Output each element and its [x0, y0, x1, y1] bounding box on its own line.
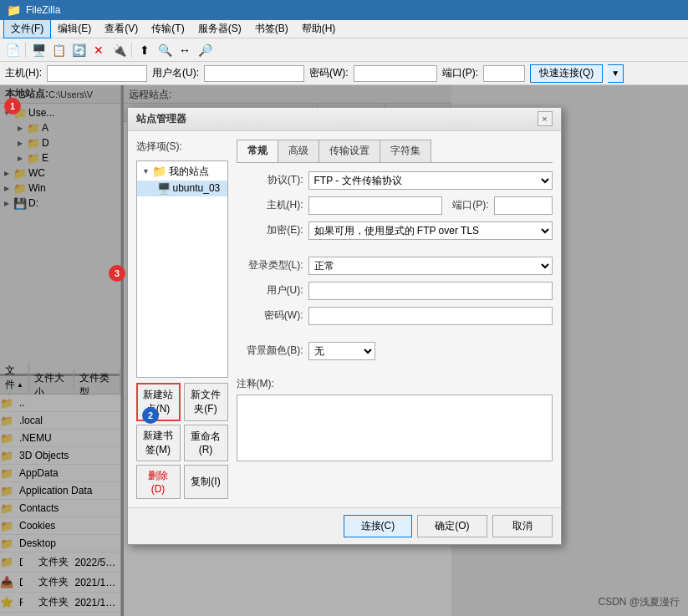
- dialog-body: 选择项(S): ▼ 📁 我的站点 🖥️ ubuntu_03: [128, 131, 561, 507]
- duplicate-button[interactable]: 复制(I): [184, 465, 228, 499]
- menu-file[interactable]: 文件(F): [3, 19, 51, 38]
- user-input[interactable]: [204, 65, 304, 82]
- encrypt-row: 加密(E): 如果可用，使用显式的 FTP over TLS: [237, 221, 553, 240]
- protocol-select[interactable]: FTP - 文件传输协议: [308, 171, 553, 190]
- spacer3: [237, 367, 553, 377]
- toolbar-refresh[interactable]: 🔄: [69, 41, 88, 59]
- menu-server[interactable]: 服务器(S): [191, 20, 248, 38]
- quick-connect-dropdown[interactable]: ▼: [608, 64, 624, 83]
- new-folder-button[interactable]: 新文件夹(F): [184, 383, 228, 421]
- login-type-select[interactable]: 正常: [308, 257, 553, 275]
- user-dialog-input[interactable]: [308, 282, 553, 300]
- ok-button[interactable]: 确定(O): [417, 515, 487, 537]
- login-type-row: 登录类型(L): 正常: [237, 257, 553, 275]
- main-window: 📁 FileZilla 文件(F) 编辑(E) 查看(V) 传输(T) 服务器(…: [0, 0, 688, 616]
- dialog-title: 站点管理器: [136, 112, 186, 126]
- toolbar-sep-2: [131, 43, 132, 58]
- menu-bar: 文件(F) 编辑(E) 查看(V) 传输(T) 服务器(S) 书签(B) 帮助(…: [0, 20, 688, 38]
- pass-input[interactable]: [354, 65, 437, 82]
- quick-connect-btn[interactable]: 快速连接(Q): [530, 64, 603, 83]
- ubuntu-icon: 🖥️: [157, 182, 171, 195]
- app-icon: 📁: [7, 3, 21, 17]
- protocol-label: 协议(T):: [237, 173, 303, 187]
- toolbar-process-queue[interactable]: 📋: [49, 41, 68, 59]
- app-title: FileZilla: [26, 4, 60, 16]
- bgcolor-row: 背景颜色(B): 无: [237, 342, 553, 360]
- spacer1: [237, 247, 553, 257]
- dialog-tabs: 常规 高级 传输设置 字符集: [237, 140, 553, 163]
- tab-charset[interactable]: 字符集: [380, 140, 431, 162]
- host-dialog-input[interactable]: [308, 196, 442, 215]
- toolbar-find[interactable]: 🔎: [196, 41, 214, 59]
- dialog-title-bar: 站点管理器 ×: [128, 108, 561, 131]
- title-bar: 📁 FileZilla: [0, 0, 688, 20]
- port-label: 端口(P):: [442, 66, 478, 80]
- cancel-button[interactable]: 取消: [492, 515, 553, 537]
- bgcolor-select[interactable]: 无: [308, 342, 375, 360]
- pass-dialog-label: 密码(W):: [237, 308, 303, 323]
- dialog-overlay: 站点管理器 × 选择项(S): ▼ 📁 我的站点: [0, 85, 688, 616]
- toolbar-compare[interactable]: ↔: [176, 41, 194, 59]
- site-manager-dialog: 站点管理器 × 选择项(S): ▼ 📁 我的站点: [127, 107, 562, 545]
- toolbar-new-tab[interactable]: 📄: [3, 41, 22, 59]
- toolbar: 📄 🖥️ 📋 🔄 ✕ 🔌 ⬆ 🔍 ↔ 🔎: [0, 38, 688, 62]
- port-input[interactable]: [483, 65, 525, 82]
- protocol-row: 协议(T): FTP - 文件传输协议: [237, 171, 553, 190]
- user-dialog-label: 用户(U):: [237, 283, 303, 298]
- notes-section: 注释(M):: [237, 377, 553, 464]
- menu-view[interactable]: 查看(V): [98, 20, 145, 38]
- toolbar-up[interactable]: ⬆: [135, 41, 154, 59]
- user-label: 用户名(U):: [152, 66, 199, 80]
- menu-transfer[interactable]: 传输(T): [145, 20, 191, 38]
- notes-label: 注释(M):: [237, 377, 553, 391]
- sidebar-buttons: 新建站点(N) 新文件夹(F) 新建书签(M) 重命名(R) 删除(D) 复制(…: [136, 383, 228, 499]
- rename-button[interactable]: 重命名(R): [184, 425, 228, 461]
- mysites-folder-icon: 📁: [152, 165, 166, 178]
- port-dialog-label: 端口(P):: [447, 198, 489, 212]
- user-row: 用户(U):: [237, 282, 553, 300]
- bgcolor-label: 背景颜色(B):: [237, 344, 303, 358]
- toolbar-site-manager[interactable]: 🖥️: [29, 41, 48, 59]
- menu-edit[interactable]: 编辑(E): [51, 20, 98, 38]
- toolbar-stop[interactable]: ✕: [89, 41, 108, 59]
- port-dialog-input[interactable]: [494, 196, 553, 215]
- connect-button[interactable]: 连接(C): [344, 515, 413, 537]
- host-row: 主机(H): 端口(P):: [237, 196, 553, 215]
- dialog-sidebar: 选择项(S): ▼ 📁 我的站点 🖥️ ubuntu_03: [136, 140, 228, 499]
- site-tree-node-mysites[interactable]: ▼ 📁 我的站点: [137, 163, 227, 181]
- encrypt-select[interactable]: 如果可用，使用显式的 FTP over TLS: [308, 221, 553, 240]
- host-label: 主机(H):: [5, 66, 42, 80]
- mysites-label: 我的站点: [169, 165, 209, 179]
- new-site-button[interactable]: 新建站点(N): [136, 383, 181, 421]
- sidebar-label: 选择项(S):: [136, 140, 228, 154]
- dialog-close-button[interactable]: ×: [538, 111, 553, 126]
- host-dialog-label: 主机(H):: [237, 198, 303, 212]
- spacer2: [237, 332, 553, 342]
- tab-advanced[interactable]: 高级: [278, 140, 319, 162]
- pass-dialog-input[interactable]: [308, 307, 553, 325]
- menu-bookmark[interactable]: 书签(B): [248, 20, 295, 38]
- dialog-bottom-buttons: 连接(C) 确定(O) 取消: [128, 507, 561, 544]
- address-bar: 主机(H): 用户名(U): 密码(W): 端口(P): 快速连接(Q) ▼: [0, 62, 688, 85]
- annotation-3: 3: [109, 265, 125, 282]
- ubuntu-label: ubuntu_03: [173, 182, 221, 194]
- login-type-label: 登录类型(L):: [237, 258, 303, 272]
- pass-row: 密码(W):: [237, 307, 553, 325]
- toolbar-reconnect[interactable]: 🔌: [110, 41, 128, 59]
- toolbar-search[interactable]: 🔍: [155, 41, 174, 59]
- site-tree[interactable]: ▼ 📁 我的站点 🖥️ ubuntu_03: [136, 160, 228, 378]
- delete-button[interactable]: 删除(D): [136, 465, 181, 499]
- new-bookmark-button[interactable]: 新建书签(M): [136, 425, 181, 461]
- notes-textarea[interactable]: [237, 395, 553, 461]
- pass-label: 密码(W):: [309, 66, 349, 80]
- host-input[interactable]: [47, 65, 147, 82]
- expand-mysites[interactable]: ▼: [140, 167, 152, 176]
- toolbar-sep-1: [25, 43, 26, 58]
- tab-transfer[interactable]: 传输设置: [319, 140, 380, 162]
- content-area: 本地站点: C:\Users\V ▼ 📁 Use... ▶ 📁 A ▶ 📁: [0, 85, 688, 616]
- tab-general[interactable]: 常规: [237, 140, 278, 162]
- dialog-main: 常规 高级 传输设置 字符集 协议(T): FTP - 文件传输协议: [237, 140, 553, 499]
- site-tree-node-ubuntu[interactable]: 🖥️ ubuntu_03: [137, 181, 227, 196]
- encrypt-label: 加密(E):: [237, 223, 303, 237]
- menu-help[interactable]: 帮助(H): [295, 20, 343, 38]
